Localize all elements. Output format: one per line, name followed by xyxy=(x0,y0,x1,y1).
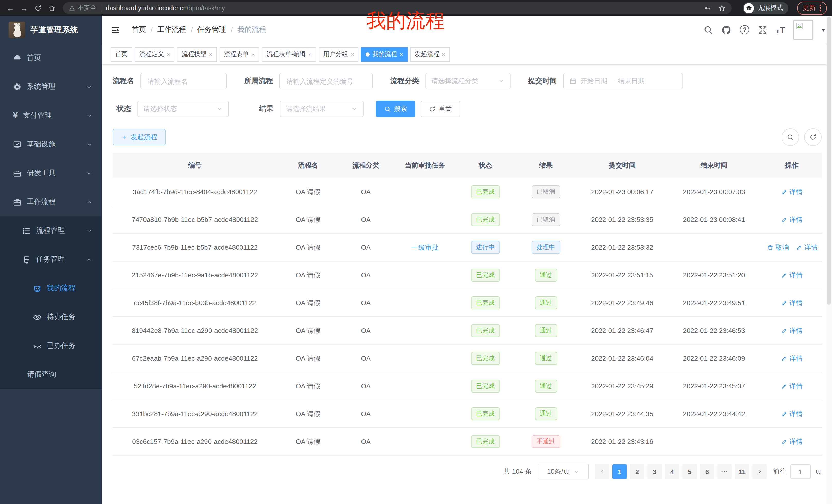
page-button-5[interactable]: 5 xyxy=(682,465,697,479)
status-select[interactable]: 请选择状态 xyxy=(137,101,229,117)
github-icon[interactable] xyxy=(722,25,731,35)
key-icon[interactable] xyxy=(704,4,711,11)
tab-流程表单[interactable]: 流程表单× xyxy=(219,47,259,61)
breadcrumb-item[interactable]: 工作流程 xyxy=(157,25,186,34)
submit-time-range-picker[interactable]: 开始日期 - 结束日期 xyxy=(563,73,683,89)
cell-status: 进行中 xyxy=(457,233,514,261)
page-size-select[interactable]: 10条/页 xyxy=(538,464,589,479)
home-icon[interactable] xyxy=(47,3,57,13)
fullscreen-icon[interactable] xyxy=(758,25,768,34)
prev-page-button[interactable] xyxy=(595,465,609,479)
breadcrumb-separator: / xyxy=(231,26,233,34)
sidebar-item-支付管理[interactable]: ¥支付管理 xyxy=(0,101,102,130)
page-button-6[interactable]: 6 xyxy=(700,465,714,479)
close-icon[interactable]: × xyxy=(399,51,403,57)
cell-current-task xyxy=(393,428,457,455)
detail-button[interactable]: 详情 xyxy=(781,187,803,197)
avatar[interactable] xyxy=(794,20,813,39)
close-icon[interactable]: × xyxy=(308,51,312,57)
cell-current-task xyxy=(393,261,457,289)
close-icon[interactable]: × xyxy=(442,51,445,57)
font-size-icon[interactable]: TT xyxy=(776,25,785,34)
tab-我的流程[interactable]: 我的流程× xyxy=(361,47,408,61)
detail-button[interactable]: 详情 xyxy=(781,437,803,446)
scrollbar[interactable] xyxy=(826,16,832,504)
tab-用户分组[interactable]: 用户分组× xyxy=(319,47,359,61)
sidebar-item-任务管理[interactable]: 任务管理 xyxy=(0,245,102,274)
sidebar-item-流程管理[interactable]: 流程管理 xyxy=(0,216,102,245)
sidebar-item-请假查询[interactable]: 请假查询 xyxy=(0,360,102,389)
url-bar[interactable]: 不安全 dashboard.yudao.iocoder.cn /bpm/task… xyxy=(63,2,732,14)
detail-button[interactable]: 详情 xyxy=(781,409,803,418)
reload-icon[interactable] xyxy=(33,3,43,13)
breadcrumb-item[interactable]: 首页 xyxy=(132,25,146,34)
process-definition-input[interactable] xyxy=(285,77,367,86)
detail-button[interactable]: 详情 xyxy=(781,326,803,335)
sidebar: 芋道管理系统 首页系统管理¥支付管理基础设施研发工具工作流程流程管理任务管理我的… xyxy=(0,16,102,504)
detail-button[interactable]: 详情 xyxy=(781,354,803,363)
breadcrumb-item[interactable]: 任务管理 xyxy=(198,25,226,34)
category-select[interactable]: 请选择流程分类 xyxy=(425,73,511,89)
hamburger-icon[interactable] xyxy=(110,25,120,35)
sidebar-logo[interactable]: 芋道管理系统 xyxy=(0,16,102,44)
close-icon[interactable]: × xyxy=(209,51,212,57)
column-header: 提交时间 xyxy=(578,153,667,178)
tab-流程模型[interactable]: 流程模型× xyxy=(177,47,217,61)
result-select[interactable]: 请选择流结果 xyxy=(280,101,364,117)
cell-process-name: OA 请假 xyxy=(277,428,339,455)
detail-button[interactable]: 详情 xyxy=(781,298,803,307)
pagination: 共 104 条 10条/页 123456···11 前往 页 xyxy=(113,464,822,479)
cancel-button[interactable]: 取消 xyxy=(767,243,789,252)
create-process-button[interactable]: ＋ 发起流程 xyxy=(113,129,165,145)
page-button-2[interactable]: 2 xyxy=(630,465,644,479)
close-icon[interactable]: × xyxy=(166,51,170,57)
browser-menu-icon[interactable] xyxy=(820,5,821,11)
tab-流程表单-编辑[interactable]: 流程表单-编辑× xyxy=(262,47,316,61)
page-button-3[interactable]: 3 xyxy=(647,465,662,479)
status-placeholder: 请选择状态 xyxy=(144,104,177,114)
cell-end-time: 2022-01-22 23:51:20 xyxy=(667,261,761,289)
search-icon[interactable] xyxy=(704,25,713,34)
sidebar-item-已办任务[interactable]: 已办任务 xyxy=(0,331,102,360)
toggle-search-button[interactable] xyxy=(782,129,799,146)
process-name-input[interactable] xyxy=(147,77,220,86)
scrollbar-thumb[interactable] xyxy=(827,17,831,305)
detail-button[interactable]: 详情 xyxy=(781,271,803,280)
avatar-caret-icon[interactable]: ▾ xyxy=(822,26,825,33)
sidebar-item-基础设施[interactable]: 基础设施 xyxy=(0,130,102,159)
cell-submit-time: 2022-01-22 23:53:35 xyxy=(578,206,667,233)
refresh-table-button[interactable] xyxy=(804,129,822,146)
sidebar-item-待办任务[interactable]: 待办任务 xyxy=(0,303,102,331)
close-icon[interactable]: × xyxy=(351,51,354,57)
search-button[interactable]: 搜索 xyxy=(376,101,415,117)
sidebar-item-我的流程[interactable]: 我的流程 xyxy=(0,274,102,303)
pager-ellipsis[interactable]: ··· xyxy=(717,465,732,479)
sidebar-item-研发工具[interactable]: 研发工具 xyxy=(0,159,102,188)
sidebar-item-工作流程[interactable]: 工作流程 xyxy=(0,188,102,216)
sidebar-item-首页[interactable]: 首页 xyxy=(0,44,102,73)
next-page-button[interactable] xyxy=(752,465,767,479)
goto-page-input[interactable] xyxy=(790,465,811,479)
detail-button[interactable]: 详情 xyxy=(781,215,803,224)
page-button-4[interactable]: 4 xyxy=(665,465,679,479)
tab-流程定义[interactable]: 流程定义× xyxy=(135,47,175,61)
cell-current-task xyxy=(393,289,457,317)
cell-end-time: 2022-01-22 23:45:37 xyxy=(667,372,761,400)
detail-button[interactable]: 详情 xyxy=(781,382,803,391)
tab-首页[interactable]: 首页 xyxy=(110,47,132,61)
back-icon[interactable]: ← xyxy=(5,3,16,13)
help-icon[interactable]: ? xyxy=(740,25,750,34)
browser-update-button[interactable]: 更新 xyxy=(797,1,827,15)
sidebar-item-系统管理[interactable]: 系统管理 xyxy=(0,73,102,101)
detail-button[interactable]: 详情 xyxy=(796,243,817,252)
reset-button[interactable]: 重置 xyxy=(421,101,460,117)
star-icon[interactable] xyxy=(718,4,726,11)
page-button-11[interactable]: 11 xyxy=(735,465,749,479)
tab-发起流程[interactable]: 发起流程× xyxy=(410,47,450,61)
page-button-1[interactable]: 1 xyxy=(613,465,627,479)
forward-icon[interactable]: → xyxy=(19,3,29,13)
task-link[interactable]: 一级审批 xyxy=(412,243,438,251)
end-date-placeholder: 结束日期 xyxy=(618,77,645,86)
close-icon[interactable]: × xyxy=(252,51,255,57)
breadcrumb: 首页/工作流程/任务管理/我的流程 xyxy=(132,25,266,34)
